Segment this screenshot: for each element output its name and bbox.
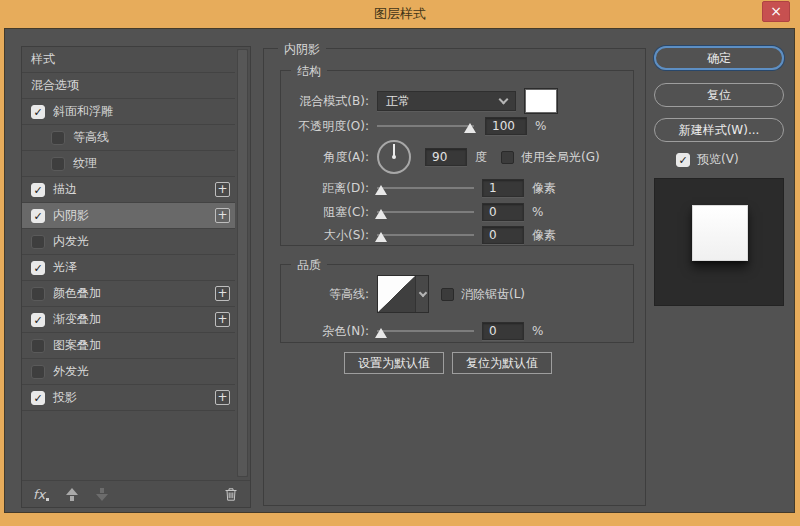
- choke-label: 阻塞(C):: [289, 204, 369, 221]
- distance-unit: 像素: [532, 180, 556, 197]
- blend-mode-select[interactable]: 正常: [377, 91, 516, 111]
- structure-group: 结构 混合模式(B): 正常 不透明度(O): 100: [280, 70, 634, 246]
- blend-mode-value: 正常: [386, 94, 410, 108]
- angle-dial[interactable]: [377, 140, 411, 174]
- angle-field[interactable]: 90: [425, 148, 467, 166]
- fx-icon[interactable]: fx: [33, 487, 45, 502]
- choke-slider[interactable]: [377, 202, 474, 222]
- style-item-label: 投影: [53, 389, 77, 406]
- style-list-item[interactable]: ✓ 光泽: [22, 255, 235, 281]
- add-effect-instance-button[interactable]: +: [215, 286, 230, 301]
- distance-slider[interactable]: [377, 178, 474, 198]
- style-enable-checkbox[interactable]: ✓: [31, 209, 45, 223]
- preview-layer-square: [692, 205, 748, 261]
- list-scrollbar[interactable]: [237, 49, 248, 477]
- titlebar[interactable]: 图层样式 ×: [0, 0, 800, 28]
- close-icon: ×: [770, 3, 782, 19]
- size-unit: 像素: [532, 227, 556, 244]
- make-default-button[interactable]: 设置为默认值: [344, 352, 444, 374]
- style-list-item[interactable]: 颜色叠加 +: [22, 281, 235, 307]
- chevron-down-icon: [499, 95, 509, 105]
- move-down-button[interactable]: [95, 488, 109, 501]
- add-effect-instance-button[interactable]: +: [215, 390, 230, 405]
- style-enable-checkbox[interactable]: ✓: [31, 313, 45, 327]
- chevron-down-icon: [419, 289, 427, 297]
- style-list-item[interactable]: ✓ 渐变叠加 +: [22, 307, 235, 333]
- style-list-item[interactable]: ✓ 内阴影 +: [22, 203, 235, 229]
- opacity-label: 不透明度(O):: [289, 118, 369, 135]
- style-list-item[interactable]: 纹理: [22, 151, 235, 177]
- ok-button[interactable]: 确定: [654, 46, 784, 70]
- global-light-checkbox[interactable]: [501, 151, 514, 164]
- style-enable-checkbox[interactable]: [31, 287, 45, 301]
- delete-style-button[interactable]: [224, 487, 238, 505]
- style-item-label: 渐变叠加: [53, 311, 101, 328]
- style-enable-checkbox[interactable]: [51, 131, 65, 145]
- style-enable-checkbox[interactable]: ✓: [31, 391, 45, 405]
- size-field[interactable]: 0: [482, 226, 524, 244]
- style-item-label: 等高线: [73, 129, 109, 146]
- opacity-row: 不透明度(O): 100 %: [289, 116, 627, 136]
- anti-alias-checkbox[interactable]: [441, 288, 454, 301]
- distance-slider-thumb[interactable]: [375, 185, 387, 195]
- style-list-item[interactable]: ✓ 描边 +: [22, 177, 235, 203]
- choke-slider-thumb[interactable]: [375, 209, 387, 219]
- size-row: 大小(S): 0 像素: [289, 225, 627, 245]
- add-effect-instance-button[interactable]: +: [215, 208, 230, 223]
- reset-default-button[interactable]: 复位为默认值: [452, 352, 552, 374]
- style-list-item[interactable]: 等高线: [22, 125, 235, 151]
- scrollbar-thumb[interactable]: [238, 50, 247, 476]
- style-enable-checkbox[interactable]: [31, 235, 45, 249]
- style-enable-checkbox[interactable]: ✓: [31, 105, 45, 119]
- style-list-item[interactable]: ✓ 斜面和浮雕: [22, 99, 235, 125]
- style-list-item[interactable]: 图案叠加: [22, 333, 235, 359]
- style-item-label: 纹理: [73, 155, 97, 172]
- angle-label: 角度(A):: [289, 149, 369, 166]
- add-effect-instance-button[interactable]: +: [215, 312, 230, 327]
- opacity-slider[interactable]: [377, 116, 474, 136]
- style-enable-checkbox[interactable]: ✓: [31, 261, 45, 275]
- style-enable-checkbox[interactable]: [31, 339, 45, 353]
- preview-checkbox[interactable]: ✓: [676, 153, 690, 167]
- contour-picker[interactable]: [377, 275, 429, 313]
- style-list-panel: 样式 混合选项 ✓ 斜面和浮雕 等高线 纹理 ✓ 描边 + ✓ 内阴影 + 内发…: [21, 46, 251, 508]
- distance-field[interactable]: 1: [482, 179, 524, 197]
- style-list-item[interactable]: ✓ 投影 +: [22, 385, 235, 411]
- move-up-button[interactable]: [65, 488, 79, 501]
- style-enable-checkbox[interactable]: [51, 157, 65, 171]
- style-list-item[interactable]: 内发光: [22, 229, 235, 255]
- opacity-unit: %: [535, 119, 546, 133]
- distance-row: 距离(D): 1 像素: [289, 178, 627, 198]
- contour-thumbnail[interactable]: [378, 276, 415, 312]
- size-slider-thumb[interactable]: [375, 232, 387, 242]
- choke-unit: %: [532, 205, 543, 219]
- noise-field[interactable]: 0: [482, 322, 524, 340]
- style-list-footer: fx: [22, 480, 250, 507]
- style-enable-checkbox[interactable]: [31, 365, 45, 379]
- noise-slider[interactable]: [377, 321, 474, 341]
- style-preview-thumbnail: [654, 178, 784, 306]
- angle-row: 角度(A): 90 度 使用全局光(G): [289, 139, 627, 175]
- style-list-item[interactable]: 外发光: [22, 359, 235, 385]
- reset-button[interactable]: 复位: [654, 83, 784, 107]
- style-list-item[interactable]: 混合选项: [22, 73, 235, 99]
- opacity-slider-thumb[interactable]: [464, 123, 476, 133]
- choke-field[interactable]: 0: [482, 203, 524, 221]
- noise-unit: %: [532, 324, 543, 338]
- choke-row: 阻塞(C): 0 %: [289, 202, 627, 222]
- opacity-field[interactable]: 100: [485, 117, 527, 135]
- shadow-color-swatch[interactable]: [524, 88, 558, 114]
- style-item-label: 斜面和浮雕: [53, 103, 113, 120]
- add-effect-instance-button[interactable]: +: [215, 182, 230, 197]
- angle-unit: 度: [475, 149, 487, 166]
- blend-mode-row: 混合模式(B): 正常: [289, 88, 627, 114]
- style-list-item[interactable]: 样式: [22, 47, 235, 73]
- new-style-button[interactable]: 新建样式(W)...: [654, 118, 784, 142]
- default-buttons-row: 设置为默认值 复位为默认值: [344, 352, 552, 374]
- close-button[interactable]: ×: [762, 1, 790, 22]
- style-enable-checkbox[interactable]: ✓: [31, 183, 45, 197]
- style-item-label: 图案叠加: [53, 337, 101, 354]
- size-slider[interactable]: [377, 225, 474, 245]
- noise-slider-thumb[interactable]: [375, 328, 387, 338]
- global-light-label: 使用全局光(G): [521, 149, 600, 166]
